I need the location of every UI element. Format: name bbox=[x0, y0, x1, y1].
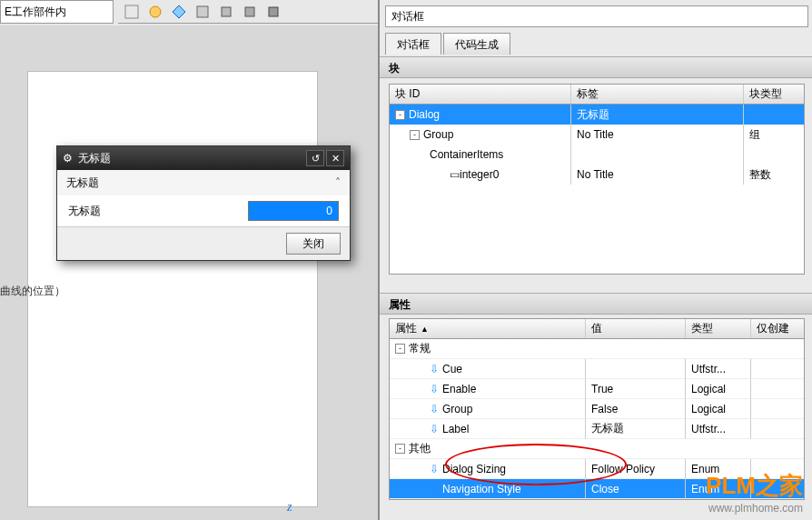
block-row[interactable]: ContainerItems bbox=[390, 145, 804, 165]
dialog-titlebar[interactable]: ⚙ 无标题 ↺ ✕ bbox=[57, 146, 350, 170]
col-header-type[interactable]: 类型 bbox=[686, 319, 751, 338]
canvas-area bbox=[0, 25, 378, 520]
prop-value[interactable]: 无标题 bbox=[586, 419, 686, 439]
prop-row[interactable]: ⇩GroupFalseLogical bbox=[390, 399, 804, 419]
svg-rect-4 bbox=[245, 7, 254, 16]
col-header-val[interactable]: 值 bbox=[586, 319, 686, 338]
cube-icon[interactable] bbox=[218, 4, 234, 20]
prop-name: Navigation Style bbox=[442, 483, 521, 495]
block-id: Group bbox=[423, 128, 453, 141]
svg-rect-0 bbox=[125, 5, 138, 18]
prop-arrow-icon: ⇩ bbox=[430, 403, 439, 415]
svg-rect-5 bbox=[269, 7, 278, 16]
prop-init bbox=[751, 379, 804, 399]
prop-type: Utfstr... bbox=[686, 359, 751, 379]
tool-icon[interactable] bbox=[124, 4, 140, 20]
block-row[interactable]: ▭ integer0No Title整数 bbox=[390, 165, 804, 185]
blocks-header-row: 块 ID 标签 块类型 bbox=[390, 85, 804, 105]
reset-button[interactable]: ↺ bbox=[306, 150, 324, 166]
prop-value[interactable]: False bbox=[586, 399, 686, 419]
tool-icon[interactable] bbox=[194, 4, 211, 20]
prop-value[interactable]: Close bbox=[586, 479, 686, 499]
block-label bbox=[571, 145, 744, 165]
prop-type: Logical bbox=[686, 379, 751, 399]
prop-arrow-icon: ⇩ bbox=[430, 363, 439, 375]
side-text: 曲线的位置） bbox=[0, 284, 65, 299]
group-label: 无标题 bbox=[66, 175, 326, 191]
prop-group-row[interactable]: - 常规 bbox=[390, 339, 804, 359]
tab-codegen[interactable]: 代码生成 bbox=[443, 33, 510, 55]
svg-rect-2 bbox=[197, 6, 208, 17]
prop-name: Dialog Sizing bbox=[442, 463, 506, 475]
blocks-section-title: 块 bbox=[380, 56, 812, 78]
tab-bar: 对话框 代码生成 bbox=[385, 33, 512, 55]
chevron-up-icon: ˄ bbox=[326, 176, 341, 189]
col-header-label[interactable]: 标签 bbox=[571, 85, 744, 104]
block-id: Dialog bbox=[409, 108, 440, 121]
tab-dialog[interactable]: 对话框 bbox=[385, 33, 441, 55]
col-header-type[interactable]: 块类型 bbox=[744, 85, 804, 104]
block-label: 无标题 bbox=[571, 105, 744, 125]
workpart-label: E工作部件内 bbox=[5, 5, 66, 20]
prop-value[interactable]: Follow Policy bbox=[586, 459, 686, 479]
watermark: PLM之家 www.plmhome.com bbox=[706, 470, 803, 515]
integer-row: 无标题 bbox=[57, 195, 350, 226]
tool-icon[interactable] bbox=[171, 4, 187, 20]
block-type bbox=[744, 145, 804, 165]
tree-toggle-icon[interactable]: - bbox=[395, 344, 405, 354]
block-id: ContainerItems bbox=[430, 148, 503, 161]
watermark-title: PLM之家 bbox=[706, 470, 803, 502]
prop-name: Cue bbox=[442, 363, 462, 375]
sort-asc-icon: ▲ bbox=[421, 325, 429, 334]
tree-toggle-icon[interactable]: - bbox=[410, 130, 420, 140]
field-label: 无标题 bbox=[68, 204, 248, 219]
block-row[interactable]: -GroupNo Title组 bbox=[390, 125, 804, 145]
prop-arrow-icon: ⇩ bbox=[430, 383, 439, 395]
col-header-id[interactable]: 块 ID bbox=[390, 85, 571, 104]
col-header-prop[interactable]: 属性▲ bbox=[390, 319, 586, 338]
prop-init bbox=[751, 399, 804, 419]
cube-icon[interactable] bbox=[265, 4, 282, 20]
watermark-url: www.plmhome.com bbox=[706, 502, 803, 515]
prop-row[interactable]: ⇩CueUtfstr... bbox=[390, 359, 804, 379]
dialog-group: 无标题 ˄ 无标题 bbox=[57, 170, 350, 227]
dialog-title: 无标题 bbox=[78, 151, 111, 166]
block-type bbox=[744, 105, 804, 125]
block-label: No Title bbox=[571, 165, 744, 185]
workpart-dropdown[interactable]: E工作部件内 bbox=[0, 0, 114, 24]
prop-value[interactable]: True bbox=[586, 379, 686, 399]
blocks-table: 块 ID 标签 块类型 -Dialog无标题-GroupNo Title组Con… bbox=[389, 84, 805, 275]
prop-row[interactable]: ⇩Label无标题Utfstr... bbox=[390, 419, 804, 439]
z-axis-label: z bbox=[287, 500, 292, 515]
main-toolbar bbox=[118, 0, 378, 24]
integer-input[interactable] bbox=[248, 201, 339, 221]
props-header-row: 属性▲ 值 类型 仅创建 bbox=[390, 319, 804, 339]
prop-init bbox=[751, 359, 804, 379]
block-type: 组 bbox=[744, 125, 804, 145]
prop-name: Label bbox=[442, 423, 469, 435]
prop-row[interactable]: ⇩EnableTrueLogical bbox=[390, 379, 804, 399]
group-header[interactable]: 无标题 ˄ bbox=[57, 170, 350, 195]
prop-value[interactable] bbox=[586, 359, 686, 379]
close-icon[interactable]: ✕ bbox=[326, 150, 344, 166]
search-input[interactable] bbox=[385, 5, 808, 27]
group-name: 常规 bbox=[409, 341, 431, 356]
prop-name: Group bbox=[442, 403, 472, 415]
cube-icon[interactable] bbox=[242, 4, 258, 20]
prop-type: Utfstr... bbox=[686, 419, 751, 439]
tree-toggle-icon[interactable]: - bbox=[395, 110, 405, 120]
prop-arrow-icon: ⇩ bbox=[430, 463, 439, 475]
svg-point-1 bbox=[150, 6, 161, 17]
preview-dialog: ⚙ 无标题 ↺ ✕ 无标题 ˄ 无标题 关闭 bbox=[56, 145, 351, 261]
prop-arrow-icon: ⇩ bbox=[430, 423, 439, 435]
tree-toggle-icon[interactable]: - bbox=[395, 444, 405, 454]
svg-rect-3 bbox=[222, 7, 231, 16]
tool-icon[interactable] bbox=[147, 4, 163, 20]
prop-name: Enable bbox=[442, 383, 476, 395]
close-button[interactable]: 关闭 bbox=[286, 233, 341, 255]
block-row[interactable]: -Dialog无标题 bbox=[390, 105, 804, 125]
canvas[interactable] bbox=[27, 71, 318, 507]
integer-icon: ▭ bbox=[450, 168, 460, 181]
col-header-init[interactable]: 仅创建 bbox=[751, 319, 804, 338]
prop-group-row[interactable]: - 其他 bbox=[390, 439, 804, 459]
